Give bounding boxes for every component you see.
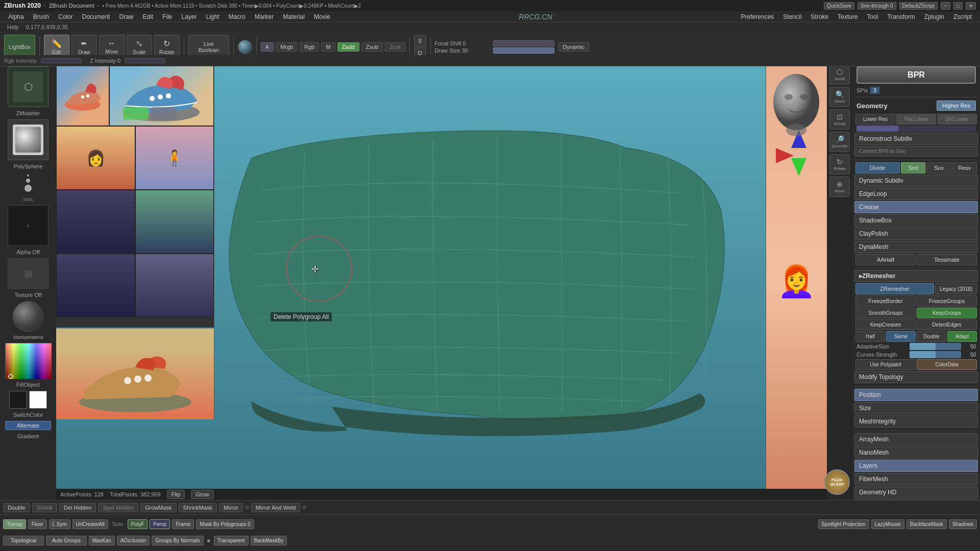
menu-stroke[interactable]: Stroke — [806, 12, 832, 21]
crease-button[interactable]: Crease — [854, 201, 978, 213]
menu-material[interactable]: Material — [279, 12, 309, 21]
spotlight-button[interactable]: Spotlight Projection — [818, 519, 869, 529]
background-color[interactable] — [29, 391, 47, 409]
rgb-button[interactable]: Rgb — [300, 42, 319, 52]
dyna-mesh-button[interactable]: DynaMesh — [854, 241, 978, 253]
adaptive-size-slider[interactable] — [910, 343, 961, 350]
smooth-groups-button[interactable]: SmoothGroups — [855, 308, 916, 318]
help-label[interactable]: Help — [4, 23, 22, 31]
mesh-integrity-button[interactable]: MeshIntegrity — [854, 415, 978, 428]
edge-loop-button[interactable]: EdgeLoop — [854, 188, 978, 200]
color-picker[interactable] — [5, 343, 51, 379]
menu-document[interactable]: Document — [78, 12, 114, 21]
scroll-tool-zoom3d[interactable]: 🔎 Zoom3D — [829, 132, 850, 152]
menu-light[interactable]: Light — [202, 12, 224, 21]
freeze-border-button[interactable]: FreezeBorder — [855, 295, 916, 307]
ref-cell-char-5[interactable] — [56, 254, 135, 317]
legacy-button[interactable]: Legacy (2018) — [935, 283, 977, 294]
smt-button[interactable]: Smt — [901, 162, 925, 173]
mask-polygroups-button[interactable]: Mask By Polygroups 0 — [196, 519, 254, 529]
color-data-button[interactable]: ColorData — [917, 359, 977, 370]
shrink-button[interactable]: Shrink — [32, 503, 57, 512]
back-mask-button[interactable]: BackMaskBy — [251, 536, 287, 545]
ref-cell-1[interactable] — [56, 62, 109, 126]
mas-kan-button[interactable]: MasKan — [89, 536, 115, 545]
ref-cell-char-6[interactable] — [135, 254, 214, 317]
freeze-groups-button[interactable]: FreezeGroups — [917, 295, 977, 307]
scroll-tool-move[interactable]: ⊕ Move — [829, 177, 850, 197]
mirror-button[interactable]: Mirror — [219, 503, 243, 512]
suv-button[interactable]: Suv — [926, 162, 951, 173]
a-button[interactable]: A — [261, 42, 274, 52]
persp-button[interactable]: Persp — [150, 519, 170, 529]
menu-transform[interactable]: Transform — [883, 12, 919, 21]
mirror-weld-button[interactable]: Mirror And Weld — [251, 503, 301, 512]
ref-cell-char-2[interactable]: 🧍 — [135, 126, 214, 190]
menu-file[interactable]: File — [158, 12, 176, 21]
lower-res-button[interactable]: Lower Res — [855, 114, 895, 124]
higher-res-button[interactable]: Higher Res — [937, 101, 976, 111]
m-button[interactable]: M — [321, 42, 335, 52]
auto-groups-button[interactable]: Auto Groups — [46, 536, 87, 545]
layers-button[interactable]: Layers — [854, 460, 978, 472]
shrink-mask-button[interactable]: ShrinkMask — [179, 503, 217, 512]
topological-button[interactable]: Topological — [3, 536, 44, 545]
scroll-tool-actual[interactable]: ⊡ Actual — [829, 109, 850, 130]
subdiv-slider[interactable] — [856, 126, 976, 132]
menu-alpha[interactable]: Alpha — [4, 12, 28, 21]
dynamic-subdiv-button[interactable]: Dynamic Subdiv — [854, 174, 978, 187]
resv-button[interactable]: Resv — [952, 162, 977, 173]
zmodeler-tool[interactable]: ⬡ — [8, 66, 48, 107]
transparent-button[interactable]: Transparent — [214, 536, 249, 545]
menu-movie[interactable]: Movie — [310, 12, 334, 21]
scroll-tool-scroll[interactable]: ⬡ Scroll — [829, 64, 850, 85]
menu-texture[interactable]: Texture — [834, 12, 862, 21]
adapt-button[interactable]: Adapt — [947, 331, 977, 342]
texture-box[interactable]: ▦ — [8, 258, 48, 289]
scroll-tool-rotate[interactable]: ↻ Rotate — [829, 154, 850, 174]
z-intensity-slider[interactable] — [125, 58, 165, 63]
menu-stencil[interactable]: Stencil — [779, 12, 805, 21]
half-button[interactable]: Half — [855, 331, 885, 342]
size-button[interactable]: Size — [854, 402, 978, 414]
menu-edit[interactable]: Edit — [138, 12, 157, 21]
focal-slider[interactable] — [493, 40, 554, 46]
floor-button[interactable]: Floor — [28, 519, 47, 529]
menu-draw[interactable]: Draw — [115, 12, 137, 21]
zremesher-title-button[interactable]: ▸ZRemesher — [854, 270, 978, 282]
zsub-button[interactable]: Zsub — [361, 42, 383, 52]
ref-cell-shoe-large[interactable] — [109, 62, 214, 126]
clay-polish-button[interactable]: ClayPolish — [854, 228, 978, 240]
ref-cell-char-1[interactable]: 👩 — [56, 126, 135, 190]
sphere-mode-icon[interactable] — [238, 40, 252, 54]
l-sym-button[interactable]: L Sym — [49, 519, 70, 529]
frame-button[interactable]: Frame — [172, 519, 194, 529]
zremesher-button[interactable]: ZRemesher — [855, 283, 934, 294]
flip-button[interactable]: Flip — [167, 490, 185, 499]
switch-color-label[interactable]: SwitchColor — [13, 412, 43, 418]
mrgb-button[interactable]: Mrgb — [276, 42, 298, 52]
groups-by-normals-button[interactable]: Groups By Normals — [152, 536, 203, 545]
tessimate-button[interactable]: Tessimate — [917, 254, 977, 265]
detect-edges-button[interactable]: DetectEdges — [917, 319, 977, 330]
shadows-button[interactable]: Shadows — [949, 519, 977, 529]
nano-mesh-button[interactable]: NanoMesh — [854, 446, 978, 459]
menu-color[interactable]: Color — [54, 12, 77, 21]
del-lower-button[interactable]: Del Lower — [937, 114, 977, 124]
double-btn-bottom[interactable]: Double — [3, 503, 30, 512]
del-hidden-button[interactable]: Del Hidden — [59, 503, 96, 512]
lazy-mouse-button[interactable]: LazyMouse — [871, 519, 904, 529]
rgb-intensity-slider[interactable] — [41, 58, 82, 63]
zcut-button[interactable]: Zcut — [385, 42, 405, 52]
ao-button[interactable]: AOcclusion — [117, 536, 150, 545]
foreground-color[interactable] — [9, 391, 27, 409]
bpr-button[interactable]: BPR — [856, 66, 976, 84]
fiber-mesh-button[interactable]: FiberMesh — [854, 473, 978, 485]
zadd-button[interactable]: Zadd — [337, 42, 359, 52]
keep-creases-button[interactable]: KeepCreases — [855, 319, 916, 330]
use-polypaint-button[interactable]: Use Polypaint — [855, 359, 916, 370]
position-button[interactable]: Position — [854, 389, 978, 401]
spot-hidden-button[interactable]: Spot Hidden — [98, 503, 138, 512]
geometry-hd-button[interactable]: Geometry HD — [854, 486, 978, 498]
grow-mask-button[interactable]: GrowMask — [140, 503, 177, 512]
